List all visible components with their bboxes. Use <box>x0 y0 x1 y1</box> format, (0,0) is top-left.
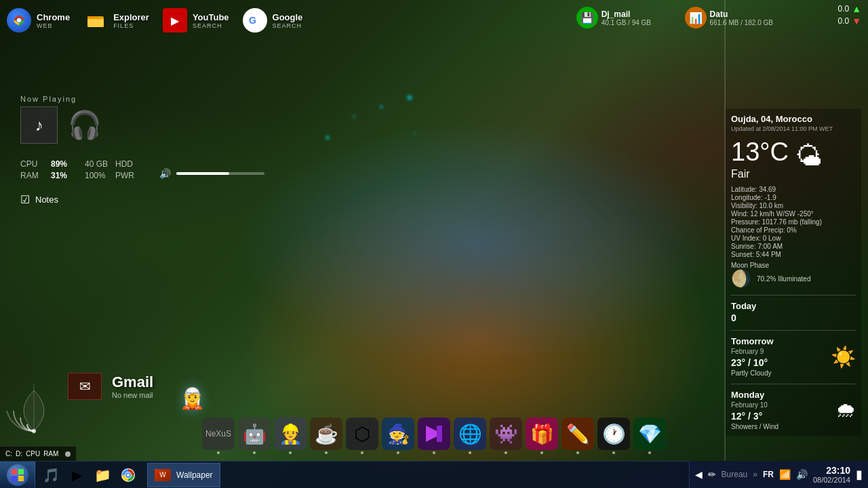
weather-longitude: Longitude: -1.9 <box>731 194 856 201</box>
bottom-stats-bar: C: D: CPU RAM <box>0 446 76 461</box>
gmail-icon: ✉ <box>68 373 102 400</box>
youtube-shortcut[interactable]: ▶ YouTube SEARCH <box>163 8 229 33</box>
hdd-label: HDD <box>115 159 139 169</box>
cpu-value: 89% <box>51 159 78 169</box>
dock-item-clock[interactable]: 🕐 <box>597 418 630 454</box>
disk-value: 40.1 GB / 94 GB <box>601 19 651 26</box>
headphones-icon: 🎧 <box>68 109 102 141</box>
ram-label: RAM <box>20 171 44 180</box>
taskbar-pinned-icons: 🎵 ▶ 📁 <box>35 462 144 489</box>
tray-bureau: Bureau <box>722 470 748 479</box>
cpu-label: CPU <box>20 159 44 169</box>
tray-signal: 📶 <box>779 469 791 480</box>
dock-item-coffee[interactable]: ☕ <box>310 418 342 454</box>
dock-item-pink[interactable]: 🎁 <box>526 418 558 454</box>
google-label: Google <box>273 12 303 22</box>
volume-bar[interactable] <box>176 172 264 175</box>
disk-widget: 💾 Dj_mail 40.1 GB / 94 GB <box>576 7 651 28</box>
bottom-d-label: D: <box>16 450 22 458</box>
clock-time: 23:10 <box>813 465 850 476</box>
weather-wind: Wind: 12 km/h W/SW -250° <box>731 210 856 218</box>
weather-widget: Oujda, 04, Morocco Updated at 2/08/2014 … <box>726 108 861 436</box>
tray-arrows: » <box>753 470 757 479</box>
clock-date: 08/02/2014 <box>813 476 850 484</box>
explorer-label: Explorer <box>113 12 149 22</box>
youtube-label: YouTube <box>193 12 229 22</box>
taskbar-chrome[interactable] <box>116 463 140 487</box>
tray-arrow[interactable]: ◀ <box>695 469 703 480</box>
gmail-widget[interactable]: ✉ Gmail No new mail <box>68 373 153 400</box>
chrome-shortcut[interactable]: Chrome WEB <box>7 8 70 33</box>
weather-pressure: Pressure: 1017.76 mb (falling) <box>731 218 856 226</box>
pwr-value: 100% <box>85 171 108 180</box>
active-window-label: Wallpaper <box>176 470 213 480</box>
active-window-button[interactable]: W Wallpaper <box>147 463 220 487</box>
moon-phase-label: Moon Phase 🌖 70.2% Illuminated <box>731 262 856 288</box>
bottom-c-label: C: <box>5 450 12 458</box>
start-button[interactable] <box>0 462 35 489</box>
youtube-sub: SEARCH <box>193 22 229 29</box>
weather-latitude: Latitude: 34.69 <box>731 186 856 193</box>
gmail-status: No new mail <box>112 391 153 399</box>
ram-value: 31% <box>51 171 78 180</box>
svg-rect-11 <box>18 469 24 474</box>
weather-sunset: Sunset: 5:44 PM <box>731 251 856 258</box>
chrome-sub: WEB <box>37 22 70 29</box>
download-speed: 0.0 <box>837 16 849 26</box>
svg-rect-3 <box>87 19 104 27</box>
notes-label: Notes <box>35 195 58 205</box>
dock-item-nexus[interactable]: NeXuS <box>202 418 235 454</box>
tray-show-desktop[interactable]: ▮ <box>856 467 863 482</box>
chrome-label: Chrome <box>37 12 70 22</box>
music-widget: Now Playing ♪ 🎧 <box>20 95 197 144</box>
taskbar-folder[interactable]: 📁 <box>90 463 115 487</box>
dock-item-gem[interactable]: 💎 <box>633 418 666 454</box>
taskbar-winamp[interactable]: 🎵 <box>39 463 63 487</box>
tray-language[interactable]: FR <box>763 470 774 479</box>
data-value: 661.6 MB / 182.0 GB <box>710 19 773 26</box>
dock-item-smurf[interactable]: 🧙 <box>382 418 414 454</box>
taskbar-media[interactable]: ▶ <box>64 463 89 487</box>
active-window-icon: W <box>155 469 171 481</box>
system-tray: ◀ ✏ Bureau » FR 📶 🔊 23:10 08/02/2014 ▮ <box>689 461 868 488</box>
dock-item-walle[interactable]: 🤖 <box>238 418 271 454</box>
start-orb <box>7 464 28 486</box>
volume-control[interactable]: 🔊 <box>159 168 264 179</box>
volume-icon: 🔊 <box>159 168 171 179</box>
pwr-label: PWR <box>115 171 139 180</box>
wifi-widget <box>3 380 64 444</box>
forecast-tomorrow: Tomorrow February 9 23° / 10° Partly Clo… <box>731 330 856 377</box>
notes-widget[interactable]: ☑ Notes <box>20 193 58 206</box>
weather-updated: Updated at 2/08/2014 11:00 PM WET <box>731 125 856 132</box>
speed-widget: 0.0 ▲ 0.0 ▼ <box>837 3 861 26</box>
bottom-ram-label: RAM <box>43 450 58 458</box>
google-sub: SEARCH <box>273 22 303 29</box>
dock-item-char2[interactable]: 👾 <box>490 418 522 454</box>
tray-sound[interactable]: 🔊 <box>796 469 808 480</box>
weather-visibility: Visibility: 10.0 km <box>731 202 856 209</box>
svg-point-16 <box>127 474 130 476</box>
forecast-today: Today 0 <box>731 295 856 323</box>
disk-label: Dj_mail <box>601 9 651 19</box>
weather-sunrise: Sunrise: 7:00 AM <box>731 243 856 250</box>
svg-point-7 <box>32 429 36 433</box>
system-stats: CPU 89% 40 GB HDD RAM 31% 100% PWR <box>20 159 139 182</box>
dock-item-character[interactable]: 👷 <box>274 418 307 454</box>
dock-item-pencil[interactable]: ✏️ <box>561 418 594 454</box>
svg-point-1 <box>17 18 21 22</box>
explorer-shortcut[interactable]: Explorer FILES <box>83 8 149 33</box>
weather-condition: Fair <box>731 168 789 180</box>
svg-rect-13 <box>18 476 24 481</box>
forecast-monday: Monday February 10 12° / 3° Showers / Wi… <box>731 384 856 430</box>
system-clock[interactable]: 23:10 08/02/2014 <box>813 465 850 484</box>
data-widget: 📊 Datu 661.6 MB / 182.0 GB <box>685 7 773 28</box>
dock-item-app5[interactable]: ⬡ <box>346 418 378 454</box>
volume-fill <box>176 172 229 175</box>
google-shortcut[interactable]: G Google SEARCH <box>243 8 303 33</box>
weather-temperature: 13°C <box>731 138 789 167</box>
music-note-icon: ♪ <box>20 106 58 144</box>
dock-item-vs[interactable] <box>418 418 450 454</box>
tray-pen[interactable]: ✏ <box>708 469 716 480</box>
dock-item-ball[interactable]: 🌐 <box>454 418 486 454</box>
gmail-name: Gmail <box>112 373 153 391</box>
